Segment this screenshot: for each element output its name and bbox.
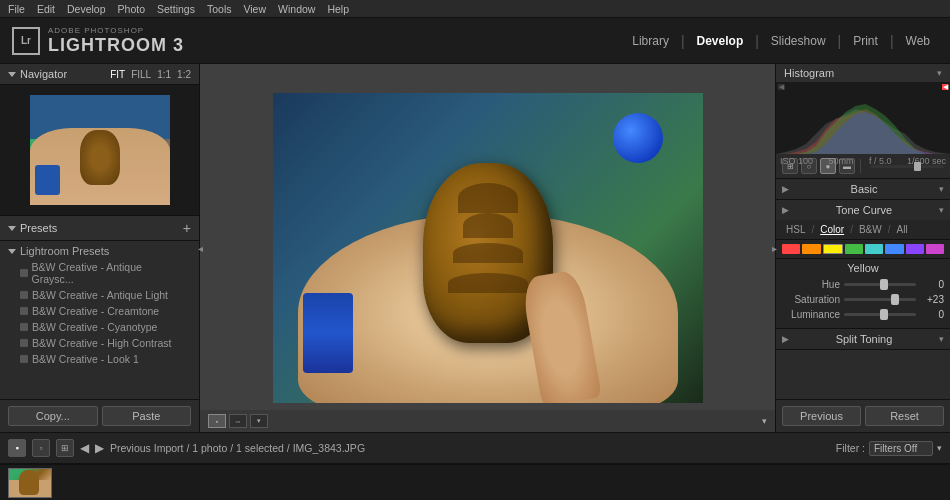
histogram-section: Histogram ▾ ◀ ◀ ISO 100 50mm f / 5.0 1/6… [776,64,950,154]
menu-window[interactable]: Window [278,3,315,15]
tab-bw[interactable]: B&W [855,223,886,236]
tone-curve-section-header[interactable]: ▶ Tone Curve ▾ [776,199,950,220]
preset-item-0[interactable]: B&W Creative - Antique Graysc... [0,259,199,287]
luminance-value: 0 [920,309,944,320]
tone-curve-toggle-icon[interactable]: ▶ [782,205,789,215]
preset-checkbox-2 [20,307,28,315]
swatch-orange[interactable] [802,244,820,254]
presets-toggle-icon[interactable] [8,226,16,231]
preset-group-header[interactable]: Lightroom Presets [0,243,199,259]
bt-view-1-icon[interactable]: ▪ [8,439,26,457]
left-panel-collapse-arrow[interactable]: ◂ [198,243,203,254]
presets-add-button[interactable]: + [183,220,191,236]
view-single-icon[interactable]: ▪ [208,414,226,428]
navigator-toggle-icon[interactable] [8,72,16,77]
bt-next-arrow[interactable]: ▶ [95,441,104,455]
photo-comb [303,293,353,373]
hist-clip-right[interactable]: ◀ [942,84,948,90]
filmstrip-thumbnail[interactable] [8,468,52,498]
swatch-purple[interactable] [906,244,924,254]
basic-toggle-icon[interactable]: ▶ [782,184,789,194]
menu-view[interactable]: View [243,3,266,15]
preset-group-icon[interactable] [8,249,16,254]
swatch-red[interactable] [782,244,800,254]
luminance-thumb[interactable] [880,309,888,320]
title-bar: Lr ADOBE PHOTOSHOP LIGHTROOM 3 Library |… [0,18,950,64]
tab-print[interactable]: Print [845,30,886,52]
menu-photo[interactable]: Photo [118,3,145,15]
view-compare-icon[interactable]: ▫▫ [229,414,247,428]
hist-iso: ISO 100 [780,156,813,166]
reset-button[interactable]: Reset [865,406,944,426]
menu-bar: File Edit Develop Photo Settings Tools V… [0,0,950,18]
navigator-header[interactable]: Navigator FIT FILL 1:1 1:2 [0,64,199,85]
thumb-comb [35,165,60,195]
tab-develop[interactable]: Develop [689,30,752,52]
preset-item-2[interactable]: B&W Creative - Creamtone [0,303,199,319]
filter-arrow-icon[interactable]: ▾ [937,443,942,453]
preset-item-3[interactable]: B&W Creative - Cyanotype [0,319,199,335]
right-panel-collapse-arrow[interactable]: ▸ [772,243,777,254]
saturation-thumb[interactable] [891,294,899,305]
bt-grid-icon[interactable]: ⊞ [56,439,74,457]
tab-color[interactable]: Color [816,223,848,236]
main-layout: Navigator FIT FILL 1:1 1:2 Presets [0,64,950,432]
menu-edit[interactable]: Edit [37,3,55,15]
hsl-tabs: HSL / Color / B&W / All [776,220,950,240]
split-toning-toggle-icon[interactable]: ▶ [782,334,789,344]
hue-slider[interactable] [844,283,916,286]
preset-item-4[interactable]: B&W Creative - High Contrast [0,335,199,351]
preset-label-3: B&W Creative - Cyanotype [32,321,157,333]
preset-label-4: B&W Creative - High Contrast [32,337,171,349]
copy-button[interactable]: Copy... [8,406,98,426]
zoom-1to1[interactable]: 1:1 [157,69,171,80]
saturation-slider[interactable] [844,298,916,301]
hist-clip-left[interactable]: ◀ [778,84,784,90]
basic-section-title: Basic [789,183,939,195]
tab-library[interactable]: Library [624,30,677,52]
menu-help[interactable]: Help [327,3,349,15]
paste-button[interactable]: Paste [102,406,192,426]
zoom-fill[interactable]: FILL [131,69,151,80]
basic-expand-icon[interactable]: ▾ [939,184,944,194]
basic-section-header[interactable]: ▶ Basic ▾ [776,179,950,199]
menu-tools[interactable]: Tools [207,3,232,15]
preset-item-5[interactable]: B&W Creative - Look 1 [0,351,199,367]
bt-view-2-icon[interactable]: ▫ [32,439,50,457]
zoom-1to2[interactable]: 1:2 [177,69,191,80]
histogram-expand-icon[interactable]: ▾ [937,68,942,78]
tab-web[interactable]: Web [898,30,938,52]
tab-all[interactable]: All [892,223,911,236]
split-toning-header[interactable]: ▶ Split Toning ▾ [776,329,950,350]
swatch-aqua[interactable] [865,244,883,254]
view-dropdown-icon[interactable]: ▾ [250,414,268,428]
center-area [200,64,775,432]
swatch-blue[interactable] [885,244,903,254]
hue-thumb[interactable] [880,279,888,290]
bt-prev-arrow[interactable]: ◀ [80,441,89,455]
tone-curve-expand-icon[interactable]: ▾ [939,205,944,215]
split-toning-expand-icon[interactable]: ▾ [939,334,944,344]
zoom-arrow-icon[interactable]: ▾ [762,416,767,426]
menu-file[interactable]: File [8,3,25,15]
tools-brightness-thumb[interactable] [914,162,921,171]
preset-item-1[interactable]: B&W Creative - Antique Light [0,287,199,303]
filter-select[interactable]: Filters Off [869,441,933,456]
previous-button[interactable]: Previous [782,406,861,426]
zoom-fit[interactable]: FIT [110,69,125,80]
tab-hsl[interactable]: HSL [782,223,809,236]
luminance-slider[interactable] [844,313,916,316]
app-name: LIGHTROOM 3 [48,35,184,56]
swatch-magenta[interactable] [926,244,944,254]
luminance-row: Luminance 0 [782,309,944,320]
filter-area: Filter : Filters Off ▾ [836,441,942,456]
zoom-dropdown[interactable]: ▾ [760,416,767,426]
swatch-yellow[interactable] [823,244,843,254]
swatch-green[interactable] [845,244,863,254]
menu-settings[interactable]: Settings [157,3,195,15]
tab-slideshow[interactable]: Slideshow [763,30,834,52]
tools-brightness-slider[interactable] [870,165,944,168]
menu-develop[interactable]: Develop [67,3,106,15]
adobe-label: ADOBE PHOTOSHOP [48,26,184,35]
presets-header[interactable]: Presets + [0,216,199,241]
